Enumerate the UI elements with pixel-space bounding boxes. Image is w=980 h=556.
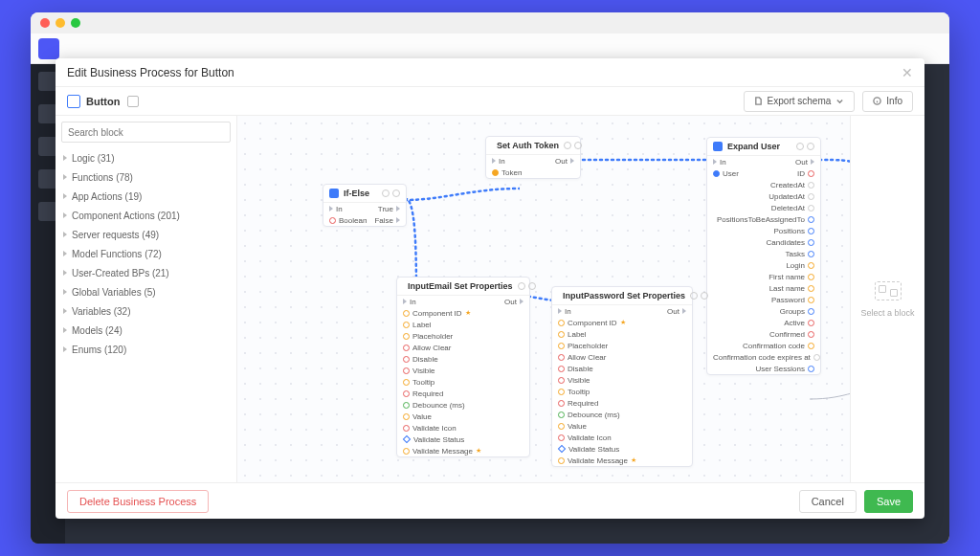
save-button[interactable]: Save: [864, 490, 913, 513]
chevron-right-icon: [63, 270, 67, 276]
sidebar-icon[interactable]: [38, 137, 57, 156]
button-icon: [67, 95, 80, 108]
sidebar-icon[interactable]: [38, 202, 57, 221]
close-icon[interactable]: ✕: [902, 65, 913, 80]
inspector-panel: Select a block: [850, 116, 924, 482]
file-icon: [754, 97, 763, 105]
mac-window: Edit Business Process for Button ✕ Butto…: [31, 12, 949, 544]
fx-icon: [329, 189, 339, 198]
modal-footer: Delete Business Process Cancel Save: [56, 482, 924, 519]
chevron-right-icon: [63, 308, 67, 314]
chevron-right-icon: [63, 212, 67, 218]
block-category[interactable]: Enums (120): [56, 340, 236, 359]
delete-bp-button[interactable]: Delete Business Process: [67, 490, 209, 513]
node-input-password[interactable]: InputPassword Set Properties InOut Compo…: [551, 286, 693, 467]
chevron-right-icon: [63, 174, 67, 180]
block-category[interactable]: Variables (32): [56, 301, 236, 321]
chevron-right-icon: [63, 193, 67, 199]
search-input[interactable]: [61, 122, 231, 143]
node-if-else[interactable]: If-Else InTrue BooleanFalse: [323, 184, 407, 227]
button-name-label: Button: [86, 96, 120, 107]
info-icon: [873, 97, 881, 105]
export-schema-button[interactable]: Export schema: [744, 91, 856, 112]
cancel-button[interactable]: Cancel: [799, 490, 857, 513]
sidebar-icon[interactable]: [38, 169, 57, 189]
app-shell: Edit Business Process for Button ✕ Butto…: [31, 33, 949, 544]
mac-titlebar: [31, 12, 949, 33]
modal-body: Logic (31)Functions (78)App Actions (19)…: [56, 116, 924, 482]
chevron-right-icon: [63, 155, 67, 161]
chevron-right-icon: [63, 327, 67, 333]
modal-title: Edit Business Process for Button: [67, 66, 234, 79]
modal-toolbar: Button Export schema Info: [56, 87, 924, 116]
block-category[interactable]: App Actions (19): [56, 187, 236, 206]
button-entity[interactable]: Button: [67, 95, 120, 108]
block-category[interactable]: Server requests (49): [56, 225, 236, 244]
node-set-auth-token[interactable]: Set Auth Token InOut Token: [485, 136, 581, 179]
block-category[interactable]: Global Variables (5): [56, 282, 236, 301]
sidebar-icon[interactable]: [38, 72, 57, 91]
chevron-right-icon: [63, 289, 67, 295]
block-category[interactable]: User-Created BPs (21): [56, 263, 236, 282]
traffic-light-close[interactable]: [40, 18, 50, 28]
block-list-panel: Logic (31)Functions (78)App Actions (19)…: [56, 116, 237, 482]
edit-icon[interactable]: [127, 96, 139, 107]
block-category[interactable]: Models (24): [56, 321, 236, 340]
chevron-down-icon: [835, 97, 844, 105]
chevron-right-icon: [63, 232, 67, 237]
block-category[interactable]: Component Actions (201): [56, 206, 236, 225]
block-category[interactable]: Logic (31): [56, 148, 236, 167]
bp-editor-modal: Edit Business Process for Button ✕ Butto…: [56, 58, 924, 519]
inspector-placeholder-icon: [875, 281, 902, 300]
traffic-light-max[interactable]: [71, 18, 80, 28]
inspector-placeholder-text: Select a block: [860, 308, 914, 318]
node-input-email[interactable]: InputEmail Set Properties InOut Componen…: [396, 277, 530, 457]
app-logo[interactable]: [38, 38, 59, 59]
sidebar-icon[interactable]: [38, 104, 57, 123]
block-category[interactable]: Functions (78): [56, 167, 236, 187]
traffic-light-min[interactable]: [56, 18, 65, 28]
info-button[interactable]: Info: [862, 91, 913, 112]
node-expand-user[interactable]: Expand User InOut UserID CreatedAtUpdate…: [706, 137, 821, 375]
canvas[interactable]: If-Else InTrue BooleanFalse Set Auth Tok…: [237, 116, 850, 482]
block-category[interactable]: Model Functions (72): [56, 244, 236, 263]
modal-header: Edit Business Process for Button ✕: [56, 58, 924, 87]
chevron-right-icon: [63, 346, 67, 352]
chevron-right-icon: [63, 251, 67, 256]
